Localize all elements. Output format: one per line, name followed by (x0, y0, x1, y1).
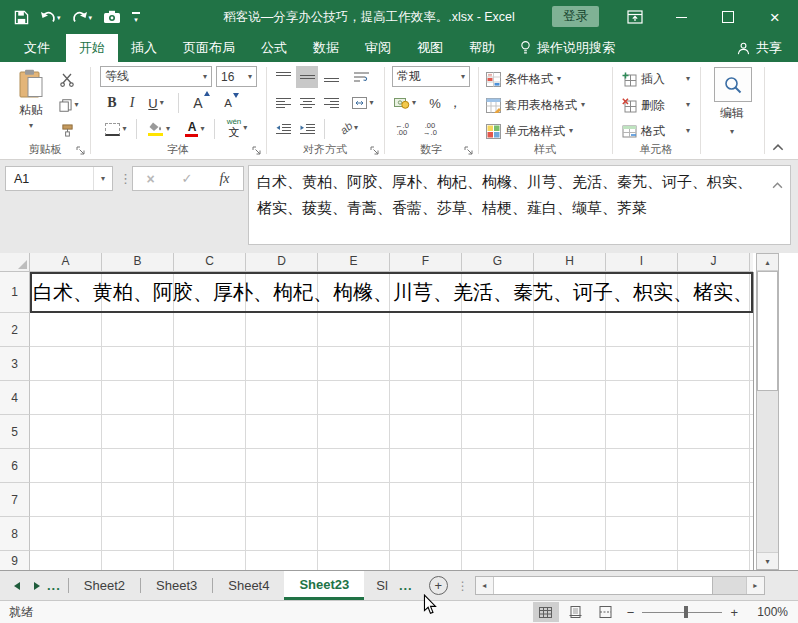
tab-review[interactable]: 审阅 (352, 34, 404, 62)
page-break-preview-button[interactable] (593, 602, 619, 622)
column-header-b[interactable]: B (102, 253, 174, 272)
row-header-4[interactable]: 4 (0, 381, 30, 415)
column-header-i[interactable]: I (606, 253, 678, 272)
sheet-tab-partial[interactable]: Sl (364, 571, 392, 600)
decrease-decimal-button[interactable]: .00→.0 (418, 118, 442, 140)
tab-file[interactable]: 文件 (8, 34, 66, 62)
tab-home[interactable]: 开始 (66, 34, 118, 62)
orientation-button[interactable]: ab ▾ (332, 117, 366, 139)
tab-insert[interactable]: 插入 (118, 34, 170, 62)
zoom-slider-thumb[interactable] (684, 606, 688, 618)
decrease-indent-button[interactable] (272, 118, 294, 140)
minimize-button[interactable] (659, 0, 706, 34)
previous-sheet-button[interactable] (14, 571, 20, 600)
column-header-d[interactable]: D (246, 253, 318, 272)
increase-decimal-button[interactable]: ←.0.00 (390, 118, 414, 140)
zoom-level[interactable]: 100% (746, 605, 788, 619)
merge-center-button[interactable]: ▾ (348, 92, 378, 114)
italic-button[interactable]: I (124, 92, 140, 114)
redo-button[interactable]: ▾ (72, 10, 93, 24)
fill-color-button[interactable]: ▾ (142, 118, 176, 140)
sheet-tab-sheet4[interactable]: Sheet4 (213, 571, 284, 600)
decrease-font-size-button[interactable]: A (216, 92, 240, 114)
save-button[interactable] (14, 10, 29, 25)
grid-row-4[interactable] (30, 381, 753, 415)
tab-help[interactable]: 帮助 (456, 34, 508, 62)
enter-check-icon[interactable]: ✓ (182, 171, 193, 186)
column-header-c[interactable]: C (174, 253, 246, 272)
row-header-7[interactable]: 7 (0, 483, 30, 517)
collapse-ribbon-button[interactable] (772, 140, 784, 154)
tell-me-search[interactable]: 操作说明搜索 (508, 34, 627, 62)
zoom-out-button[interactable]: − (623, 605, 639, 620)
grid-row-8[interactable] (30, 517, 753, 551)
sign-in-button[interactable]: 登录 (552, 6, 599, 27)
close-button[interactable]: × (752, 0, 798, 34)
insert-function-icon[interactable]: fx (219, 171, 229, 187)
select-all-corner[interactable] (0, 253, 30, 272)
column-header-f[interactable]: F (390, 253, 462, 272)
phonetic-guide-button[interactable]: wén 文 ▾ (220, 117, 254, 139)
bold-button[interactable]: B (102, 92, 122, 114)
row-header-8[interactable]: 8 (0, 517, 30, 551)
grid-row-2[interactable] (30, 313, 753, 347)
format-cells-button[interactable]: 格式 ▾ (622, 120, 690, 142)
underline-button[interactable]: U ▾ (142, 92, 170, 114)
cut-button[interactable] (56, 69, 78, 91)
accounting-format-button[interactable]: ▾ (390, 92, 420, 114)
font-name-select[interactable]: 等线 ▾ (100, 66, 212, 87)
formula-input[interactable]: 白术、黄柏、阿胶、厚朴、枸杞、枸橼、川芎、羌活、秦艽、诃子、枳实、楮实、菝葜、青… (248, 165, 791, 245)
sheet-tab-sheet2[interactable]: Sheet2 (69, 571, 140, 600)
undo-button[interactable]: ▾ (40, 10, 61, 24)
scroll-down-arrow[interactable]: ▾ (757, 552, 778, 569)
bottom-align-button[interactable] (320, 66, 342, 88)
sheet-tab-sheet3[interactable]: Sheet3 (141, 571, 212, 600)
column-header-j[interactable]: J (678, 253, 750, 272)
column-header-a[interactable]: A (30, 253, 102, 272)
font-dialog-launcher[interactable] (252, 145, 263, 156)
cell-styles-button[interactable]: 单元格样式 ▾ (486, 120, 573, 142)
cell-a1-text[interactable]: 白术、黄柏、阿胶、厚朴、枸杞、枸橼、川芎、羌活、秦艽、诃子、枳实、楮实、菝葜、青… (33, 272, 752, 313)
page-layout-view-button[interactable] (563, 602, 589, 622)
column-header-e[interactable]: E (318, 253, 390, 272)
row-header-9[interactable]: 9 (0, 551, 30, 570)
number-format-select[interactable]: 常规 ▾ (392, 66, 470, 87)
column-header-g[interactable]: G (462, 253, 534, 272)
vertical-scrollbar[interactable]: ▴ ▾ (756, 253, 779, 570)
more-sheets-left[interactable]: ... (40, 571, 68, 600)
row-header-6[interactable]: 6 (0, 449, 30, 483)
grid-row-6[interactable] (30, 449, 753, 483)
top-align-button[interactable] (272, 66, 294, 88)
scroll-left-arrow[interactable]: ◂ (476, 577, 494, 594)
grid-row-9[interactable] (30, 551, 753, 570)
drag-handle-icon[interactable]: ⋮ (119, 171, 132, 186)
align-right-button[interactable] (320, 92, 342, 114)
new-sheet-button[interactable]: + (429, 576, 448, 595)
paste-button[interactable]: 粘贴 ▾ (8, 66, 54, 146)
row-header-3[interactable]: 3 (0, 347, 30, 381)
clipboard-dialog-launcher[interactable] (76, 145, 87, 156)
name-box[interactable]: A1 ▾ (5, 166, 113, 191)
comma-style-button[interactable]: ， (446, 92, 464, 114)
copy-button[interactable]: ▾ (54, 94, 84, 116)
grid-row-5[interactable] (30, 415, 753, 449)
column-header-h[interactable]: H (534, 253, 606, 272)
row-header-1[interactable]: 1 (0, 272, 30, 313)
align-center-button[interactable] (296, 92, 318, 114)
tab-formulas[interactable]: 公式 (248, 34, 300, 62)
horizontal-scrollbar[interactable]: ◂ ▸ (475, 576, 765, 595)
increase-indent-button[interactable] (296, 118, 318, 140)
ribbon-display-options-button[interactable] (612, 0, 659, 34)
tabbar-drag-handle-icon[interactable]: ⋮ (457, 579, 469, 593)
number-dialog-launcher[interactable] (464, 145, 475, 156)
font-size-select[interactable]: 16 ▾ (216, 66, 257, 87)
percent-style-button[interactable]: % (426, 92, 444, 114)
screenshot-button[interactable] (103, 10, 121, 24)
customize-qat-button[interactable]: ▾ (132, 12, 140, 23)
horizontal-scrollbar-thumb[interactable] (494, 577, 713, 594)
wrap-text-button[interactable] (348, 66, 374, 88)
grid-row-3[interactable] (30, 347, 753, 381)
conditional-formatting-button[interactable]: 条件格式 ▾ (486, 68, 561, 90)
editing-menu-button[interactable] (714, 67, 752, 102)
zoom-slider[interactable] (642, 606, 722, 618)
